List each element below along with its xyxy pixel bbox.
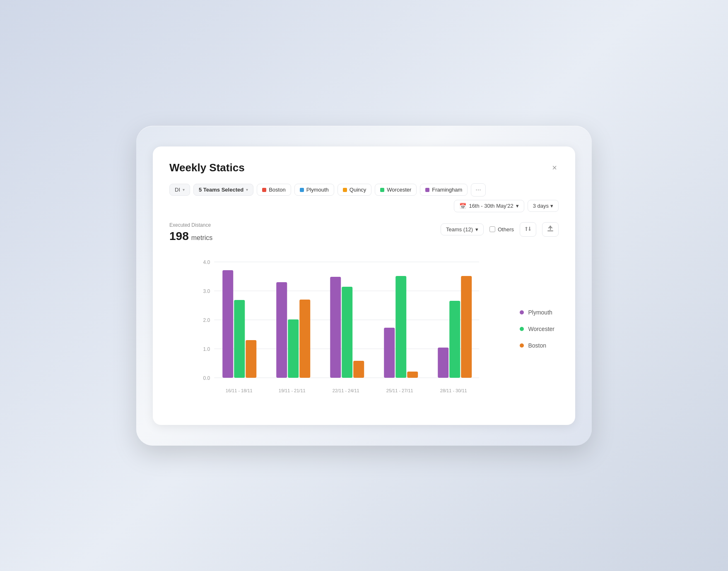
calendar-icon: 📅 bbox=[459, 203, 466, 209]
stats-left: Executed Distance 198 metrics bbox=[169, 222, 212, 243]
close-button[interactable]: × bbox=[550, 162, 559, 173]
teams-selected-selector[interactable]: 5 Teams Selected ▾ bbox=[193, 184, 253, 196]
bar-group2-worcester bbox=[288, 319, 299, 378]
svg-text:22/11 - 24/11: 22/11 - 24/11 bbox=[333, 388, 359, 393]
toolbar: DI ▾ 5 Teams Selected ▾ Boston Plymouth … bbox=[169, 183, 559, 212]
bar-group5-worcester bbox=[449, 301, 460, 378]
team-tag-quincy[interactable]: Quincy bbox=[337, 184, 371, 196]
bar-group1-boston bbox=[246, 340, 256, 378]
chart-legend: Plymouth Worcester Boston bbox=[516, 250, 559, 408]
date-picker[interactable]: 📅 16th - 30th May'22 ▾ bbox=[454, 200, 524, 212]
bar-group3-boston bbox=[353, 361, 364, 378]
team-tag-framingham[interactable]: Framingham bbox=[420, 184, 468, 196]
boston-color-dot bbox=[262, 188, 266, 192]
bar-group1-worcester bbox=[234, 300, 245, 378]
team-tag-boston[interactable]: Boston bbox=[257, 184, 291, 196]
plymouth-color-dot bbox=[300, 188, 304, 192]
modal: Weekly Statics × DI ▾ 5 Teams Selected ▾… bbox=[153, 146, 575, 425]
date-caret-icon: ▾ bbox=[516, 203, 519, 209]
bar-group1-plymouth bbox=[222, 270, 233, 378]
bar-group2-plymouth bbox=[276, 282, 287, 378]
team-tag-worcester[interactable]: Worcester bbox=[375, 184, 417, 196]
svg-text:16/11 - 18/11: 16/11 - 18/11 bbox=[226, 388, 253, 393]
stats-row: Executed Distance 198 metrics Teams (12)… bbox=[169, 222, 559, 243]
device-frame: Weekly Statics × DI ▾ 5 Teams Selected ▾… bbox=[136, 126, 592, 446]
export-button[interactable] bbox=[542, 222, 559, 237]
svg-text:25/11 - 27/11: 25/11 - 27/11 bbox=[386, 388, 413, 393]
svg-text:3.0: 3.0 bbox=[203, 288, 210, 294]
stats-unit: metrics bbox=[191, 234, 213, 242]
days-caret-icon: ▾ bbox=[550, 203, 553, 209]
team-tag-plymouth[interactable]: Plymouth bbox=[294, 184, 334, 196]
modal-title: Weekly Statics bbox=[169, 161, 245, 174]
worcester-legend-dot bbox=[520, 327, 524, 331]
stats-right: Teams (12) ▾ Others bbox=[441, 222, 559, 237]
legend-item-boston: Boston bbox=[520, 342, 554, 349]
bar-group2-boston bbox=[299, 300, 310, 378]
teams-filter[interactable]: Teams (12) ▾ bbox=[441, 223, 484, 235]
svg-text:28/11 - 30/11: 28/11 - 30/11 bbox=[440, 388, 467, 393]
quincy-color-dot bbox=[343, 188, 347, 192]
bar-group5-boston bbox=[461, 276, 472, 378]
days-picker[interactable]: 3 days ▾ bbox=[528, 200, 559, 212]
more-button[interactable]: ··· bbox=[471, 183, 485, 197]
worcester-color-dot bbox=[380, 188, 384, 192]
teams-filter-caret: ▾ bbox=[475, 226, 478, 233]
legend-item-worcester: Worcester bbox=[520, 326, 554, 332]
others-filter[interactable]: Others bbox=[489, 226, 514, 233]
svg-text:2.0: 2.0 bbox=[203, 317, 210, 323]
plymouth-legend-dot bbox=[520, 310, 524, 314]
stats-value: 198 metrics bbox=[169, 230, 212, 243]
svg-text:0.0: 0.0 bbox=[203, 375, 210, 381]
boston-legend-dot bbox=[520, 343, 524, 348]
export-icon bbox=[547, 225, 554, 233]
svg-rect-0 bbox=[547, 230, 553, 231]
di-selector[interactable]: DI ▾ bbox=[169, 184, 190, 196]
executed-distance-label: Executed Distance bbox=[169, 222, 212, 228]
bar-group3-worcester bbox=[342, 287, 352, 378]
teams-caret-icon: ▾ bbox=[246, 187, 248, 192]
bar-group3-plymouth bbox=[330, 277, 341, 378]
sort-icon bbox=[524, 225, 532, 233]
bar-group4-worcester bbox=[395, 276, 406, 378]
bar-group4-plymouth bbox=[384, 328, 395, 378]
chart-area: 4.0 3.0 2.0 1.0 0.0 bbox=[169, 250, 559, 408]
modal-header: Weekly Statics × bbox=[169, 161, 559, 174]
bar-chart: 4.0 3.0 2.0 1.0 0.0 bbox=[169, 250, 507, 407]
others-checkbox[interactable] bbox=[489, 226, 495, 232]
legend-item-plymouth: Plymouth bbox=[520, 309, 554, 316]
framingham-color-dot bbox=[425, 188, 429, 192]
bar-group5-plymouth bbox=[438, 348, 448, 378]
svg-text:4.0: 4.0 bbox=[203, 259, 210, 265]
bar-group4-boston bbox=[407, 372, 418, 378]
sort-button[interactable] bbox=[520, 222, 536, 237]
svg-text:19/11 - 21/11: 19/11 - 21/11 bbox=[279, 388, 306, 393]
chart-wrapper: 4.0 3.0 2.0 1.0 0.0 bbox=[169, 250, 507, 408]
di-caret-icon: ▾ bbox=[183, 187, 185, 192]
svg-text:1.0: 1.0 bbox=[203, 346, 210, 352]
